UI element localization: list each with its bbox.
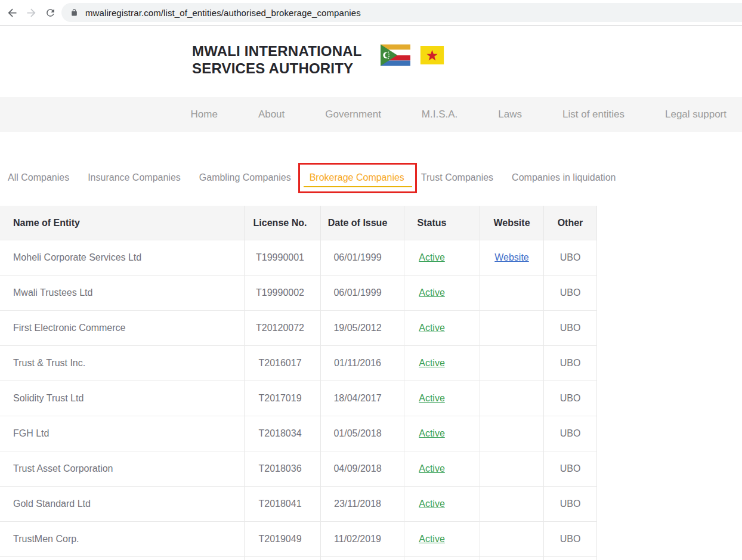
table-header-row: Name of EntityLicense No.Date of IssueSt… <box>0 206 597 240</box>
annotation-red-box: Brokerage Companies <box>298 163 417 193</box>
main-nav: HomeAboutGovernmentM.I.S.A.LawsList of e… <box>0 97 742 132</box>
other-cell: UBO <box>544 487 597 521</box>
status-link[interactable]: Active <box>419 323 445 333</box>
table-row: Gold Standard LtdT201804123/11/2018Activ… <box>0 486 597 521</box>
entity-name-cell: Trust Asset Corporation <box>0 451 245 486</box>
status-cell: Active <box>404 276 480 310</box>
tab-insurance-companies[interactable]: Insurance Companies <box>88 172 181 183</box>
nav-item-laws[interactable]: Laws <box>498 109 522 120</box>
entity-name-cell: Moheli Corporate Services Ltd <box>0 240 245 275</box>
refresh-icon <box>45 7 56 18</box>
nav-item-list-of-entities[interactable]: List of entities <box>562 109 624 120</box>
license-no-cell: T2018036 <box>245 451 321 486</box>
website-cell <box>480 311 544 345</box>
active-tab-underline <box>304 186 412 187</box>
table-row-partial <box>0 556 597 560</box>
status-link[interactable]: Active <box>419 393 445 404</box>
col-header-status: Status <box>404 206 480 240</box>
col-header-other: Other <box>544 206 597 240</box>
status-link[interactable]: Active <box>419 534 445 544</box>
date-of-issue-cell: 18/04/2017 <box>321 381 404 416</box>
status-cell: Active <box>404 240 480 275</box>
back-arrow-icon <box>6 7 18 19</box>
status-cell: Active <box>404 311 480 345</box>
url-text: mwaliregistrar.com/list_of_entities/auth… <box>85 8 361 18</box>
site-title-line1: MWALI INTERNATIONAL <box>192 42 362 60</box>
status-cell: Active <box>404 346 480 380</box>
date-of-issue-cell: 06/01/1999 <box>321 240 404 275</box>
status-link[interactable]: Active <box>419 252 445 263</box>
status-link[interactable]: Active <box>419 287 445 298</box>
license-no-cell: T19990001 <box>245 240 321 275</box>
status-link[interactable]: Active <box>419 358 445 369</box>
status-link[interactable]: Active <box>419 463 445 474</box>
mwali-flag-icon <box>420 46 444 64</box>
tab-trust-companies[interactable]: Trust Companies <box>421 172 493 183</box>
forward-button[interactable] <box>24 5 38 20</box>
forward-arrow-icon <box>25 7 38 19</box>
date-of-issue-cell: 11/02/2019 <box>321 522 404 556</box>
other-cell: UBO <box>544 240 597 275</box>
website-cell <box>480 346 544 380</box>
table-row: Mwali Trustees LtdT1999000206/01/1999Act… <box>0 275 597 310</box>
other-cell: UBO <box>544 381 597 416</box>
other-cell: UBO <box>544 451 597 486</box>
nav-item-m-i-s-a[interactable]: M.I.S.A. <box>422 109 457 120</box>
entity-name-cell: TrustMen Corp. <box>0 522 245 556</box>
tab-companies-in-liquidation[interactable]: Companies in liquidation <box>512 172 616 183</box>
tab-brokerage-companies[interactable]: Brokerage Companies <box>310 172 404 182</box>
website-cell <box>480 416 544 451</box>
table-row: Solidity Trust LtdT201701918/04/2017Acti… <box>0 380 597 416</box>
license-no-cell: T2019049 <box>245 522 321 556</box>
tab-gambling-companies[interactable]: Gambling Companies <box>199 172 291 183</box>
table-row: Moheli Corporate Services LtdT1999000106… <box>0 240 597 275</box>
nav-item-about[interactable]: About <box>258 109 285 120</box>
status-link[interactable]: Active <box>419 499 445 509</box>
col-header-date-of-issue: Date of Issue <box>321 206 404 240</box>
refresh-button[interactable] <box>43 5 57 20</box>
license-no-cell: T2017019 <box>245 381 321 416</box>
comoros-flag-icon <box>381 44 410 66</box>
license-no-cell: T2016017 <box>245 346 321 380</box>
website-link[interactable]: Website <box>494 252 529 263</box>
date-of-issue-cell: 04/09/2018 <box>321 451 404 486</box>
back-button[interactable] <box>5 5 19 20</box>
site-title-line2: SERVICES AUTHORITY <box>192 60 362 77</box>
website-cell <box>480 276 544 310</box>
table-row: FGH LtdT201803401/05/2018ActiveUBO <box>0 416 597 451</box>
entity-name-cell: Gold Standard Ltd <box>0 487 245 521</box>
address-bar[interactable]: mwaliregistrar.com/list_of_entities/auth… <box>61 3 742 22</box>
license-no-cell: T2018041 <box>245 487 321 521</box>
entity-name-cell: Solidity Trust Ltd <box>0 381 245 416</box>
table-row: First Electronic CommerceT2012007219/05/… <box>0 310 597 345</box>
date-of-issue-cell: 06/01/1999 <box>321 276 404 310</box>
website-cell <box>480 487 544 521</box>
col-header-website: Website <box>480 206 544 240</box>
browser-toolbar: mwaliregistrar.com/list_of_entities/auth… <box>0 0 742 26</box>
nav-item-government[interactable]: Government <box>325 109 381 120</box>
status-cell: Active <box>404 522 480 556</box>
col-header-name-of-entity: Name of Entity <box>0 206 245 240</box>
date-of-issue-cell: 19/05/2012 <box>321 311 404 345</box>
site-title: MWALI INTERNATIONAL SERVICES AUTHORITY <box>192 42 362 77</box>
nav-item-home[interactable]: Home <box>191 109 218 120</box>
other-cell: UBO <box>544 522 597 556</box>
table-row: Trust Asset CorporationT201803604/09/201… <box>0 451 597 486</box>
license-no-cell: T2018034 <box>245 416 321 451</box>
entity-name-cell: FGH Ltd <box>0 416 245 451</box>
entity-name-cell: First Electronic Commerce <box>0 311 245 345</box>
status-link[interactable]: Active <box>419 428 445 439</box>
license-no-cell: T19990002 <box>245 276 321 310</box>
entities-table: Name of EntityLicense No.Date of IssueSt… <box>0 206 597 560</box>
nav-item-legal-support[interactable]: Legal support <box>665 109 726 120</box>
entity-tabs: All CompaniesInsurance CompaniesGambling… <box>0 158 742 197</box>
website-cell <box>480 381 544 416</box>
table-row: Trust & Trust Inc.T201601701/11/2016Acti… <box>0 345 597 380</box>
website-cell: Website <box>480 240 544 275</box>
table-row: TrustMen Corp.T201904911/02/2019ActiveUB… <box>0 521 597 556</box>
date-of-issue-cell: 23/11/2018 <box>321 487 404 521</box>
tab-all-companies[interactable]: All Companies <box>8 172 69 183</box>
date-of-issue-cell: 01/11/2016 <box>321 346 404 380</box>
entity-name-cell: Mwali Trustees Ltd <box>0 276 245 310</box>
other-cell: UBO <box>544 416 597 451</box>
